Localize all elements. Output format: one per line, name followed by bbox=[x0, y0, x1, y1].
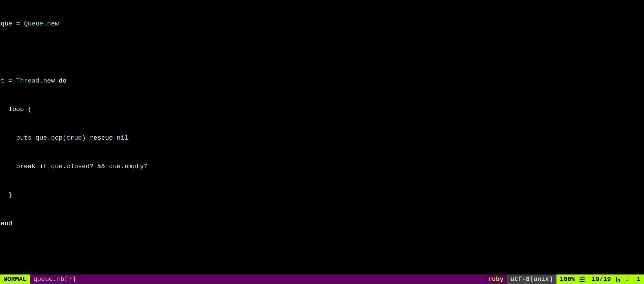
code-line[interactable]: que = Queue.new bbox=[0, 19, 644, 29]
col-number: 1 bbox=[637, 274, 641, 284]
code-line[interactable] bbox=[0, 48, 644, 57]
code-line[interactable]: t = Thread.new do bbox=[0, 76, 644, 86]
code-line[interactable]: } bbox=[0, 190, 644, 200]
code-text: que.closed? && que.empty? bbox=[47, 163, 148, 170]
hamburger-icon: ☰ bbox=[579, 274, 585, 284]
filetype-indicator: ruby bbox=[485, 274, 507, 284]
filename-indicator: queue.rb[+] bbox=[30, 274, 485, 284]
code-text bbox=[36, 163, 39, 170]
col-sep: : bbox=[625, 274, 629, 284]
status-bar: NORMAL queue.rb[+] ruby utf-8[unix] 100%… bbox=[0, 274, 644, 284]
scroll-percent-indicator: 100% ☰ bbox=[556, 274, 588, 284]
code-text bbox=[113, 134, 117, 142]
code-text: .new bbox=[43, 20, 59, 28]
code-text: true bbox=[67, 134, 82, 142]
code-line[interactable]: loop { bbox=[0, 105, 644, 114]
code-text: t = bbox=[1, 77, 16, 85]
code-text: ) bbox=[82, 134, 90, 142]
code-text bbox=[1, 106, 8, 113]
code-text: { bbox=[24, 106, 32, 113]
code-line[interactable]: break if que.closed? && que.empty? bbox=[0, 162, 644, 171]
code-text: end bbox=[1, 220, 12, 227]
code-text: que = bbox=[1, 20, 24, 28]
code-text: Queue bbox=[24, 20, 43, 28]
line-count: 19/19 bbox=[592, 274, 611, 284]
code-text: puts que.pop( bbox=[1, 134, 67, 142]
code-text: loop bbox=[8, 106, 24, 113]
code-text: nil bbox=[117, 134, 128, 142]
encoding-indicator: utf-8[unix] bbox=[507, 274, 556, 284]
code-text: if bbox=[39, 163, 47, 170]
code-text: rescue bbox=[90, 134, 113, 142]
ln-icon: ㏑ bbox=[615, 274, 621, 284]
code-line[interactable]: end bbox=[0, 219, 644, 228]
cursor-position-indicator: 19/19 ㏑ : 1 bbox=[588, 274, 644, 284]
code-text: break bbox=[16, 163, 36, 170]
code-line[interactable]: puts que.pop(true) rescue nil bbox=[0, 133, 644, 143]
code-text: } bbox=[1, 191, 12, 199]
code-text: Thread bbox=[16, 77, 39, 85]
vim-mode-indicator: NORMAL bbox=[0, 274, 30, 284]
code-text bbox=[1, 163, 16, 170]
code-text: .new bbox=[39, 77, 59, 85]
code-line[interactable] bbox=[0, 247, 644, 257]
editor-viewport[interactable]: que = Queue.new t = Thread.new do loop {… bbox=[0, 0, 644, 274]
percent-text: 100% bbox=[560, 274, 575, 284]
code-text: do bbox=[59, 77, 67, 85]
